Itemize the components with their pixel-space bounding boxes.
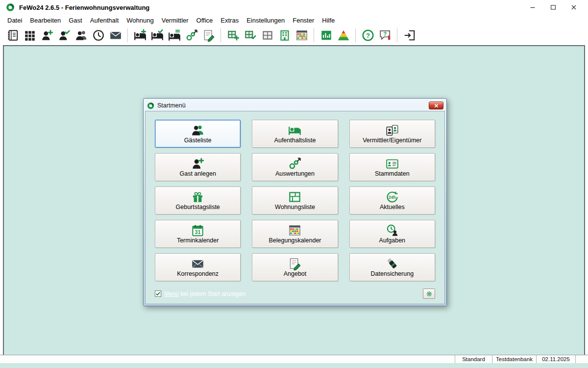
startmenu-close-button[interactable] [429,102,443,109]
report-chart-icon [320,29,333,42]
toolbar-exit-button[interactable] [401,27,418,44]
help-icon: ? [362,29,374,42]
startmenu-button-vermittler-eigentuemer[interactable]: Vermittler/Eigentümer [349,120,435,148]
menu-hilfe[interactable]: Hilfe [318,16,339,25]
check-icon [155,291,161,296]
show-on-start-checkbox[interactable] [155,290,161,297]
startmenu-button-label: Aufgaben [379,237,406,244]
guest-add-icon [41,29,53,42]
menu-wohnung[interactable]: Wohnung [122,16,157,25]
stay-add-icon [134,29,147,42]
usb-stick-icon [386,256,399,271]
clock-icon [92,29,105,42]
apartment-check-icon [244,29,257,42]
startmenu-button-wohnungsliste[interactable]: Wohnungsliste [252,186,338,214]
apartment-add-icon [227,29,240,42]
menu-aufenthalt[interactable]: Aufenthalt [86,16,123,25]
occupancy-calendar-icon [288,223,301,237]
toolbar-clock-button[interactable] [90,27,107,44]
toolbar-building-button[interactable] [276,27,293,44]
startmenu-button-aufgaben[interactable]: Aufgaben [349,220,435,248]
guest-list-icon [75,29,88,42]
toolbar-apartment-check-button[interactable] [242,27,259,44]
startmenu-button-geburtstagsliste[interactable]: Geburtstagsliste [155,186,241,214]
svg-text:31: 31 [195,229,201,235]
close-button[interactable] [564,1,584,14]
toolbar-mail-button[interactable] [107,27,124,44]
startmenu-button-gast-anlegen[interactable]: Gast anlegen [155,153,241,181]
mail-icon [109,29,122,42]
startmenu-button-belegungskalender[interactable]: Belegungskalender [252,220,338,248]
startmenu-dialog: Startmenü Gästeliste [143,98,447,306]
exit-icon [403,29,416,42]
menu-fenster[interactable]: Fenster [289,16,318,25]
menubar: Datei Bearbeiten Gast Aufenthalt Wohnung… [0,15,588,26]
toolbar-guest-add-button[interactable] [38,27,55,44]
startmenu-button-aktuelles[interactable]: 24h Aktuelles [349,186,435,214]
startmenu-settings-button[interactable] [423,289,435,299]
toolbar-stay-add-button[interactable] [131,27,148,44]
bed-icon [288,123,301,137]
toolbar-guest-list-button[interactable] [73,27,90,44]
toolbar-occupancy-calendar-button[interactable] [293,27,310,44]
toolbar-apartment-add-button[interactable] [224,27,242,44]
menu-gast[interactable]: Gast [65,16,86,25]
toolbar-apartment-list-button[interactable] [259,27,276,44]
toolbar-separator [355,28,356,42]
startmenu-button-stammdaten[interactable]: Stammdaten [349,153,435,181]
statusbar-filler [0,355,455,363]
titlebar[interactable]: FeWo24 2.6.5 - Ferienwohnungsverwaltung [0,0,588,15]
startmenu-button-label: Angebot [284,271,307,278]
menu-datei[interactable]: Datei [3,16,26,25]
toolbar-grid-overview-button[interactable] [21,27,38,44]
app-window: FeWo24 2.6.5 - Ferienwohnungsverwaltung … [0,0,588,368]
toolbar-stay-check-button[interactable] [148,27,166,44]
toolbar-stay-list-button[interactable] [166,27,183,44]
startmenu-button-angebot[interactable]: Angebot [252,253,338,281]
maximize-button[interactable] [543,1,564,14]
feedback-icon: ? [379,29,392,42]
priority-pyramid-icon [337,29,350,42]
menu-einstellungen[interactable]: Einstellungen [243,16,289,25]
svg-text:24h: 24h [389,194,396,199]
startmenu-button-terminkalender[interactable]: 31 Terminkalender [155,220,241,248]
masterdata-card-icon [386,156,399,171]
toolbar-feedback-button[interactable]: ? [376,27,393,44]
building-icon [278,29,291,42]
statusbar-database: Testdatenbank [492,355,536,363]
startmenu-button-auswertungen[interactable]: Auswertungen [252,153,338,181]
menu-bearbeiten[interactable]: Bearbeiten [26,16,65,25]
envelope-icon [191,256,204,271]
guest-list-icon [191,123,204,137]
workspace: Startmenü Gästeliste [3,45,585,355]
statusbar: Standard Testdatenbank 02.11.2025 [0,355,588,363]
startmenu-logo-icon [147,102,154,109]
startmenu-button-korrespondenz[interactable]: Korrespondenz [155,253,241,281]
person-clock-icon [386,223,399,237]
menu-extras[interactable]: Extras [217,16,243,25]
close-icon [570,3,578,11]
guest-check-icon [58,29,71,42]
show-on-start-label: Menü bei jedem Start anzeigen [164,290,245,297]
toolbar-report-chart-button[interactable] [318,27,335,44]
toolbar-analytics-button[interactable] [183,27,200,44]
startmenu-button-label: Korrespondenz [177,271,219,278]
svg-text:?: ? [383,31,387,37]
startmenu-button-datensicherung[interactable]: Datensicherung [349,253,435,281]
toolbar-guest-check-button[interactable] [55,27,73,44]
toolbar-priority-pyramid-button[interactable] [335,27,352,44]
svg-text:?: ? [366,32,369,39]
startmenu-button-label: Wohnungsliste [275,204,315,211]
toolbar-help-button[interactable]: ? [359,27,376,44]
menu-office[interactable]: Office [193,16,217,25]
toolbar-offer-edit-button[interactable] [200,27,217,44]
minimize-button[interactable] [522,1,543,14]
startmenu-button-gaesteliste[interactable]: Gästeliste [155,120,241,148]
menu-vermittler[interactable]: Vermittler [158,16,193,25]
window-bottom-edge [0,363,588,368]
startmenu-titlebar[interactable]: Startmenü [145,100,445,111]
startmenu-button-aufenthaltsliste[interactable]: Aufenthaltsliste [252,120,338,148]
startmenu-button-label: Datensicherung [371,271,414,278]
stay-check-icon [151,29,164,42]
toolbar-phonebook-button[interactable] [4,27,21,44]
